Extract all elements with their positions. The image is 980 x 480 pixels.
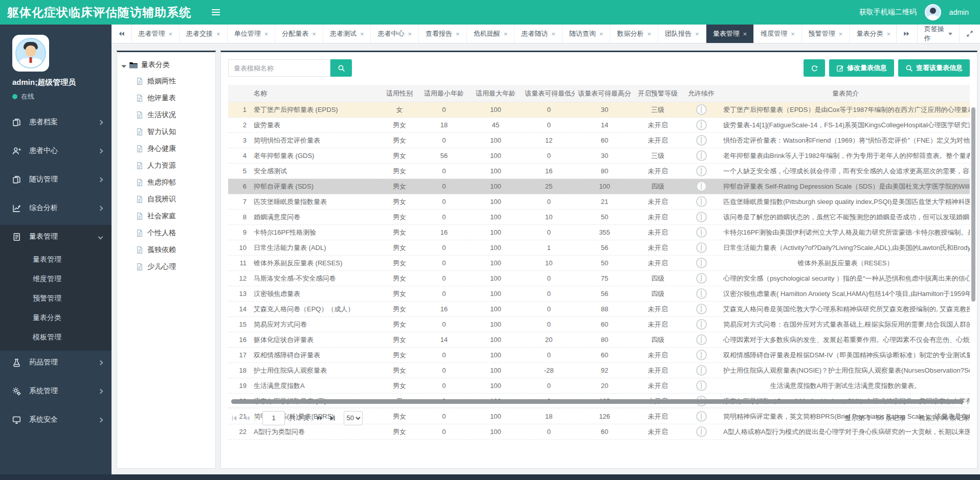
sidebar-menu-item[interactable]: 随访管理 [0, 168, 112, 191]
table-row[interactable]: 16 躯体化症状自评量表 男女 14 100 20 80 四级 心理因素对于大多… [228, 332, 970, 348]
hamburger-menu-icon[interactable] [212, 9, 220, 15]
allow-resume-toggle[interactable] [696, 365, 707, 376]
search-input[interactable] [228, 59, 330, 77]
table-row[interactable]: 13 汉密顿焦虑量表 男女 0 100 0 56 四级 汉密尔顿焦虑量表( Ha… [228, 286, 970, 302]
allow-resume-toggle[interactable] [696, 380, 707, 391]
qr-code-link[interactable]: 获取手机端二维码 [859, 8, 917, 17]
table-row[interactable]: 3 简明惧怕否定评价量表 男女 0 100 12 60 未开启 惧怕否定评价量表… [228, 133, 970, 148]
edit-scale-button[interactable]: 修改量表信息 [829, 59, 894, 77]
tab-close-icon[interactable]: × [504, 31, 508, 37]
tab-close-icon[interactable]: × [408, 31, 412, 37]
table-row[interactable]: 18 护士用住院病人观察量表 男女 0 100 -28 92 未开启 护士用住院… [228, 363, 970, 378]
allow-resume-toggle[interactable] [696, 350, 707, 360]
tree-item[interactable]: 智力认知 [122, 123, 210, 140]
tree-item[interactable]: 焦虑抑郁 [122, 174, 210, 191]
tab[interactable]: 患者中心 × [371, 25, 419, 43]
tab-actions-dropdown[interactable]: 页签操作 [917, 25, 959, 43]
allow-resume-toggle[interactable] [696, 104, 707, 115]
tab[interactable]: 预警管理 × [802, 25, 850, 43]
table-row[interactable]: 10 日常生活能力量表 (ADL) 男女 0 100 1 56 未开启 日常生活… [228, 240, 970, 256]
tab-close-icon[interactable]: × [216, 31, 220, 37]
tab[interactable]: 数据分析 × [610, 25, 658, 43]
table-row[interactable]: 22 A型行为类型问卷 男女 0 100 0 60 未开启 A型人格或称A型行为… [228, 424, 970, 440]
horizontal-scrollbar[interactable] [231, 399, 964, 404]
tab-close-icon[interactable]: × [551, 31, 555, 37]
sidebar-menu-item[interactable]: 药品管理 [0, 351, 112, 374]
last-page-button[interactable] [326, 412, 339, 425]
table-row[interactable]: 11 锥体外系副反应量表 (RESES) 男女 0 100 10 50 未开启 … [228, 256, 970, 271]
tree-item[interactable]: 少儿心理 [122, 258, 210, 275]
table-row[interactable]: 8 婚姻满意度问卷 男女 0 100 10 50 未开启 该问卷是了解您的婚姻状… [228, 210, 970, 225]
tab[interactable]: 查看报告 × [419, 25, 467, 43]
tab-close-icon[interactable]: × [456, 31, 460, 37]
allow-resume-toggle[interactable] [696, 181, 707, 192]
table-row[interactable]: 12 马斯洛安全感-不安全感问卷 男女 0 100 0 75 四级 心理的安全感… [228, 271, 970, 286]
allow-resume-toggle[interactable] [696, 304, 707, 314]
table-row[interactable]: 6 抑郁自评量表 (SDS) 男女 0 100 25 100 四级 抑郁自评量表… [228, 179, 970, 194]
allow-resume-toggle[interactable] [696, 258, 707, 268]
sidebar-submenu-item[interactable]: 量表分类 [0, 308, 112, 327]
tab[interactable]: 患者随访 × [515, 25, 563, 43]
tab[interactable]: 量表分类 × [850, 25, 896, 43]
allow-resume-toggle[interactable] [696, 227, 707, 238]
tree-expand-icon[interactable]: ◢ [121, 62, 127, 68]
sidebar-menu-item[interactable]: 患者中心 [0, 139, 112, 163]
sidebar-submenu-item[interactable]: 维度管理 [0, 269, 112, 288]
allow-resume-toggle[interactable] [696, 334, 707, 345]
tree-item[interactable]: 身心健康 [122, 140, 210, 157]
table-row[interactable]: 19 生活满意度指数A 男女 0 100 0 20 未开启 生活满意度指数A用于… [228, 378, 970, 394]
tree-item[interactable]: 人力资源 [122, 157, 210, 174]
allow-resume-toggle[interactable] [696, 426, 707, 437]
sidebar-menu-item[interactable]: 量表管理 [0, 225, 112, 248]
tab-close-icon[interactable]: × [599, 31, 604, 37]
sidebar-submenu-item[interactable]: 量表管理 [0, 249, 112, 269]
table-row[interactable]: 2 疲劳量表 男女 18 45 0 14 未开启 疲劳量表-14[1](Fati… [228, 118, 970, 133]
allow-resume-toggle[interactable] [696, 150, 707, 161]
allow-resume-toggle[interactable] [696, 319, 707, 330]
search-button[interactable] [330, 59, 352, 77]
table-row[interactable]: 15 简易应对方式问卷 男女 0 100 0 60 未开启 简易应对方式问卷：在… [228, 317, 970, 332]
table-row[interactable]: 5 安全感测试 男女 0 100 16 80 未开启 一个人缺乏安全感，心理成长… [228, 164, 970, 179]
header-avatar[interactable] [925, 4, 941, 20]
header-username[interactable]: admin [949, 8, 969, 16]
sidebar-submenu-item[interactable]: 模板管理 [0, 327, 112, 347]
previous-page-button[interactable] [240, 412, 253, 425]
tree-item[interactable]: 他评量表 [122, 89, 210, 106]
table-row[interactable]: 17 双相情感障碍自评量表 男女 0 100 0 60 未开启 双相情感障碍自评… [228, 348, 970, 363]
tab-close-icon[interactable]: × [743, 31, 747, 37]
view-scale-button[interactable]: 查看该量表信息 [898, 59, 970, 77]
tab[interactable]: 量表管理 × [706, 25, 754, 43]
sidebar-menu-item[interactable]: 系统管理 [0, 379, 112, 403]
tabs-scroll-right-button[interactable] [896, 25, 917, 43]
vertical-scrollbar[interactable] [971, 107, 975, 302]
tab-close-icon[interactable]: × [791, 31, 795, 37]
tree-root-node[interactable]: ◢ 量表分类 [122, 60, 210, 70]
tab[interactable]: 随访查询 × [563, 25, 611, 43]
tab[interactable]: 患者交接 × [180, 25, 228, 43]
allow-resume-toggle[interactable] [696, 120, 707, 130]
tree-item[interactable]: 个性人格 [122, 224, 210, 241]
next-page-button[interactable] [314, 412, 326, 425]
tab-close-icon[interactable]: × [695, 31, 699, 37]
tab[interactable]: 单位管理 × [228, 25, 276, 43]
sidebar-menu-item[interactable]: 患者档案 [0, 110, 112, 134]
tab[interactable]: 团队报告 × [658, 25, 706, 43]
table-row[interactable]: 1 爱丁堡产后抑郁量表 (EPDS) 女 0 100 0 30 三级 爱丁堡产后… [228, 102, 970, 118]
tab[interactable]: 分配量表 × [275, 25, 323, 43]
table-row[interactable]: 14 艾森克人格问卷（EPQ）（成人） 男女 16 100 0 88 未开启 艾… [228, 302, 970, 317]
tab[interactable]: 危机提醒 × [467, 25, 515, 43]
tree-item[interactable]: 孤独依赖 [122, 241, 210, 258]
sidebar-menu-item[interactable]: 综合分析 [0, 196, 112, 220]
allow-resume-toggle[interactable] [696, 273, 707, 284]
tab-close-icon[interactable]: × [839, 31, 843, 37]
tab-close-icon[interactable]: × [264, 31, 269, 37]
refresh-button[interactable] [804, 59, 825, 77]
allow-resume-toggle[interactable] [696, 135, 707, 146]
table-row[interactable]: 7 匹茨堡睡眠质量指数量表 男女 0 100 0 21 未开启 匹兹堡睡眠质量指… [228, 194, 970, 210]
fullscreen-toggle-button[interactable] [959, 25, 980, 43]
tabs-scroll-left-button[interactable] [112, 25, 132, 43]
sidebar-submenu-item[interactable]: 预警管理 [0, 288, 112, 308]
allow-resume-toggle[interactable] [696, 242, 707, 253]
tab[interactable]: 患者测试 × [323, 25, 371, 43]
page-size-select[interactable]: 50 [344, 411, 363, 425]
